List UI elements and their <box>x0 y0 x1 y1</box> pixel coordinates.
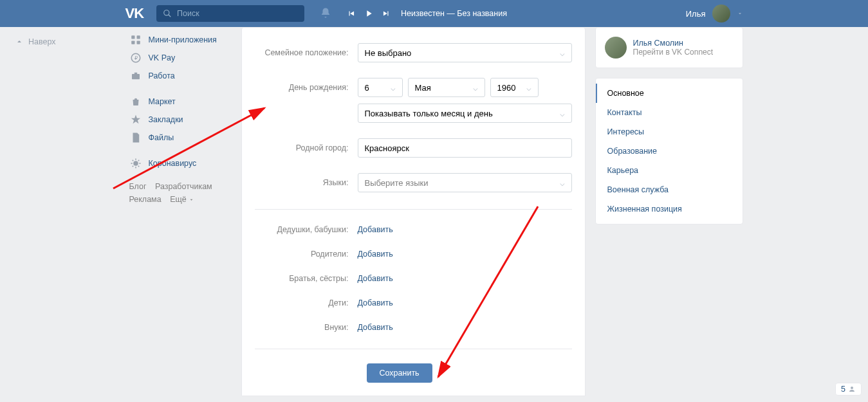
hometown-input[interactable] <box>365 143 565 153</box>
profile-name[interactable]: Илья Смолин <box>633 39 714 48</box>
chevron-down-icon <box>737 10 743 17</box>
tab-career[interactable]: Карьера <box>596 161 743 180</box>
svg-rect-4 <box>131 41 134 44</box>
hometown-field-wrapper <box>358 138 572 158</box>
grandparents-label: Дедушки, бабушки: <box>255 225 358 234</box>
svg-line-15 <box>132 160 133 161</box>
chevron-down-icon: ⌵ <box>560 109 565 118</box>
grid-icon <box>129 33 142 46</box>
marital-select[interactable]: Не выбрано⌵ <box>358 43 572 62</box>
svg-rect-3 <box>136 35 140 39</box>
tab-life-position[interactable]: Жизненная позиция <box>596 199 743 219</box>
search-icon <box>163 9 172 18</box>
tab-education[interactable]: Образование <box>596 142 743 161</box>
chevron-down-icon: ⌵ <box>391 83 396 93</box>
right-sidebar: Илья Смолин Перейти в VK Connect Основно… <box>595 27 743 224</box>
sidebar-item-files[interactable]: Файлы <box>125 129 232 147</box>
person-icon <box>848 385 856 393</box>
sidebar-item-work[interactable]: Работа <box>125 67 232 85</box>
birthday-month-select[interactable]: Мая⌵ <box>408 78 485 97</box>
avatar <box>605 37 627 59</box>
tab-military[interactable]: Военная служба <box>596 180 743 199</box>
svg-line-18 <box>138 160 139 161</box>
tab-main[interactable]: Основное <box>596 84 743 103</box>
sidebar-item-miniapps[interactable]: Мини-приложения <box>125 31 232 49</box>
left-sidebar: Мини-приложения ₽VK Pay Работа Маркет За… <box>125 27 232 206</box>
sidebar-item-covid[interactable]: Коронавирус <box>125 154 232 172</box>
track-title[interactable]: Неизвестен — Без названия <box>401 9 507 18</box>
footer-links: Блог Разработчикам Реклама Ещё <box>125 172 232 206</box>
profile-card: Илья Смолин Перейти в VK Connect <box>595 27 743 68</box>
virus-icon <box>129 157 142 170</box>
save-button[interactable]: Сохранить <box>367 363 432 383</box>
notifications-icon[interactable] <box>320 7 331 21</box>
chevron-down-icon: ⌵ <box>560 178 565 188</box>
birthday-label: День рождения: <box>255 83 358 92</box>
svg-text:₽: ₽ <box>134 55 137 61</box>
add-siblings-link[interactable]: Добавить <box>358 274 393 283</box>
vk-connect-link[interactable]: Перейти в VK Connect <box>633 48 714 57</box>
friends-online-counter[interactable]: 5 <box>835 383 862 396</box>
parents-label: Родители: <box>255 250 358 259</box>
settings-form: Семейное положение: Не выбрано⌵ День рож… <box>241 27 586 396</box>
add-grandchildren-link[interactable]: Добавить <box>358 323 393 332</box>
divider <box>255 349 572 349</box>
birthday-visibility-select[interactable]: Показывать только месяц и день⌵ <box>358 104 572 123</box>
search-input[interactable] <box>177 9 298 18</box>
svg-rect-8 <box>132 74 140 79</box>
svg-point-10 <box>133 161 138 166</box>
back-to-top[interactable]: Наверх <box>15 37 56 46</box>
svg-rect-5 <box>136 41 140 44</box>
svg-point-0 <box>164 10 169 15</box>
marital-label: Семейное положение: <box>255 48 358 57</box>
svg-rect-2 <box>131 35 134 39</box>
languages-label: Языки: <box>255 178 358 187</box>
music-controls <box>347 8 391 19</box>
add-grandparents-link[interactable]: Добавить <box>358 225 393 234</box>
svg-line-16 <box>138 166 139 167</box>
birthday-year-select[interactable]: 1960⌵ <box>490 78 539 97</box>
bag-icon <box>129 95 142 108</box>
tab-interests[interactable]: Интересы <box>596 122 743 142</box>
vk-logo[interactable]: VK <box>125 5 144 22</box>
top-header: VK Неизвестен — Без названия Илья <box>0 0 868 27</box>
footer-more[interactable]: Ещё <box>170 193 194 206</box>
search-box[interactable] <box>156 5 304 22</box>
footer-developers[interactable]: Разработчикам <box>155 182 212 191</box>
footer-blog[interactable]: Блог <box>129 182 147 191</box>
svg-line-1 <box>169 15 171 17</box>
doc-icon <box>129 131 142 144</box>
hometown-label: Родной город: <box>255 143 358 152</box>
user-menu[interactable]: Илья <box>686 5 743 23</box>
next-track-icon[interactable] <box>382 9 391 18</box>
username: Илья <box>686 9 706 19</box>
sidebar-item-bookmarks[interactable]: Закладки <box>125 111 232 129</box>
tab-contacts[interactable]: Контакты <box>596 103 743 122</box>
briefcase-icon <box>129 69 142 82</box>
ruble-icon: ₽ <box>129 51 142 64</box>
avatar <box>712 5 730 23</box>
chevron-down-icon: ⌵ <box>526 83 531 93</box>
chevron-down-icon: ⌵ <box>473 83 478 93</box>
chevron-down-icon: ⌵ <box>560 48 565 58</box>
sidebar-item-vkpay[interactable]: ₽VK Pay <box>125 49 232 67</box>
play-icon[interactable] <box>364 8 374 19</box>
add-children-link[interactable]: Добавить <box>358 298 393 307</box>
birthday-day-select[interactable]: 6⌵ <box>358 78 403 97</box>
grandchildren-label: Внуки: <box>255 323 358 332</box>
star-icon <box>129 113 142 126</box>
divider <box>255 209 572 210</box>
add-parents-link[interactable]: Добавить <box>358 250 393 259</box>
svg-rect-9 <box>134 73 137 74</box>
children-label: Дети: <box>255 298 358 307</box>
settings-tabs: Основное Контакты Интересы Образование К… <box>595 78 743 224</box>
svg-point-21 <box>851 387 853 389</box>
sidebar-item-market[interactable]: Маркет <box>125 93 232 111</box>
prev-track-icon[interactable] <box>347 9 356 18</box>
svg-line-17 <box>132 166 133 167</box>
languages-select[interactable]: Выберите языки⌵ <box>358 173 572 192</box>
footer-ads[interactable]: Реклама <box>129 195 162 204</box>
siblings-label: Братья, сёстры: <box>255 274 358 283</box>
